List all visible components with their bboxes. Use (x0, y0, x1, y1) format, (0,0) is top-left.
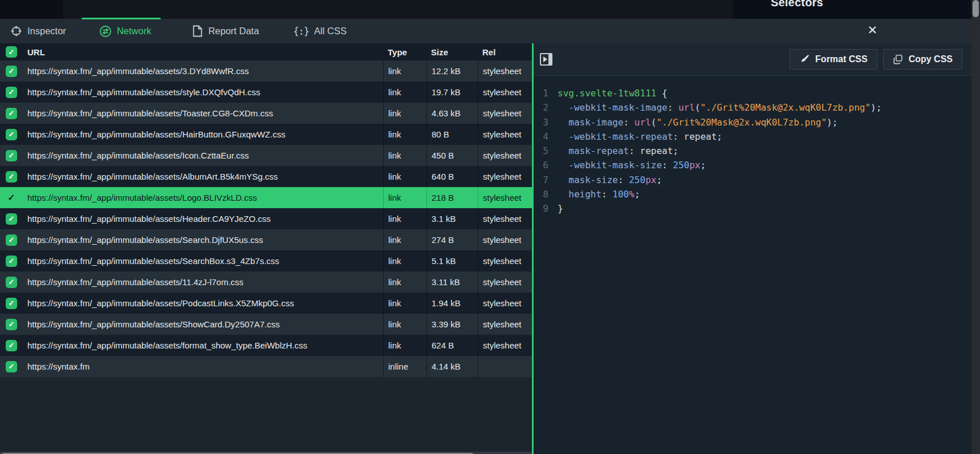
row-size: 1.94 kB (426, 293, 478, 314)
copy-css-label: Copy CSS (909, 54, 953, 64)
row-size: 624 B (426, 335, 478, 356)
tab-report-data[interactable]: Report Data (192, 25, 259, 37)
row-size: 274 B (426, 229, 478, 250)
row-checkbox[interactable]: ✓ (0, 234, 23, 246)
row-size: 450 B (426, 145, 478, 166)
selectors-title: Selectors (771, 0, 823, 9)
row-rel: stylesheet (478, 335, 532, 356)
row-rel: stylesheet (478, 82, 532, 103)
row-url: https://syntax.fm/_app/immutable/assets/… (23, 319, 383, 329)
format-css-label: Format CSS (815, 54, 868, 64)
table-row[interactable]: ✓ https://syntax.fm/_app/immutable/asset… (0, 271, 532, 293)
check-icon: ✓ (9, 48, 15, 56)
row-checkbox[interactable]: ✓ (0, 256, 23, 267)
page-background-strip: Selectors (0, 0, 971, 19)
select-all-checkbox[interactable]: ✓ (0, 46, 23, 58)
line-number: 9 (534, 201, 548, 216)
row-type: link (383, 314, 426, 335)
page-scrollbar-thumb[interactable] (973, 0, 979, 17)
page-scrollbar-track[interactable] (971, 0, 980, 454)
table-row[interactable]: ✓ https://syntax.fm/_app/immutable/asset… (0, 187, 532, 208)
check-icon: ✓ (9, 362, 15, 371)
row-type: link (383, 166, 426, 187)
check-icon: ✓ (9, 299, 15, 307)
row-checkbox[interactable]: ✓ (0, 171, 23, 183)
row-checkbox[interactable]: ✓ (0, 66, 23, 77)
expand-panel-icon[interactable] (540, 53, 552, 66)
row-rel: stylesheet (478, 124, 532, 145)
table-row[interactable]: ✓ https://syntax.fm/_app/immutable/asset… (0, 124, 532, 145)
tab-label: All CSS (314, 26, 347, 37)
row-checkbox[interactable]: ✓ (0, 213, 23, 225)
code-line: 8 height: 100%; (534, 187, 971, 201)
tab-all-css[interactable]: {:} All CSS (293, 26, 347, 37)
table-row[interactable]: ✓ https://syntax.fm/_app/immutable/asset… (0, 229, 532, 250)
row-checkbox[interactable]: ✓ (0, 340, 23, 351)
row-url: https://syntax.fm/_app/immutable/assets/… (23, 277, 383, 287)
row-url: https://syntax.fm/_app/immutable/assets/… (23, 129, 383, 139)
row-rel: stylesheet (478, 208, 532, 229)
row-size: 3.1 kB (426, 208, 478, 229)
check-icon: ✓ (9, 341, 15, 350)
check-icon: ✓ (9, 88, 15, 96)
copy-icon (893, 54, 903, 64)
code-line: 4 -webkit-mask-repeat: repeat; (534, 129, 971, 144)
row-size: 5.1 kB (426, 250, 478, 271)
table-row[interactable]: ✓ https://syntax.fm/_app/immutable/asset… (0, 208, 532, 229)
row-checkbox[interactable]: ✓ (0, 298, 23, 309)
table-row[interactable]: ✓ https://syntax.fm/_app/immutable/asset… (0, 145, 532, 166)
row-size: 640 B (426, 166, 478, 187)
row-checkbox[interactable]: ✓ (0, 361, 23, 372)
check-icon: ✓ (9, 130, 15, 139)
tab-label: Network (117, 26, 152, 37)
line-code: mask-repeat: repeat; (548, 144, 678, 158)
table-row[interactable]: ✓ https://syntax.fm/_app/immutable/asset… (0, 250, 532, 271)
row-size: 3.11 kB (426, 271, 478, 293)
row-checkbox[interactable]: ✓ (0, 87, 23, 98)
table-row[interactable]: ✓ https://syntax.fm/_app/immutable/asset… (0, 335, 532, 356)
check-icon: ✓ (9, 278, 15, 286)
table-row[interactable]: ✓ https://syntax.fm/_app/immutable/asset… (0, 103, 532, 124)
close-icon[interactable]: ✕ (867, 24, 877, 36)
code-line: 3 mask-image: url("./Grit%20Mask@2x.wqK0… (534, 115, 971, 129)
row-checkbox[interactable]: ✓ (0, 108, 23, 119)
tab-network[interactable]: Network (99, 25, 152, 38)
copy-css-button[interactable]: Copy CSS (883, 49, 962, 70)
table-row[interactable]: ✓ https://syntax.fm/_app/immutable/asset… (0, 314, 532, 335)
line-code: height: 100%; (548, 187, 640, 201)
requests-table: ✓ URL Type Size Rel ✓ https://syntax.fm/… (0, 43, 532, 454)
format-css-button[interactable]: Format CSS (790, 49, 877, 70)
code-line: 5 mask-repeat: repeat; (534, 144, 971, 158)
tab-label: Report Data (208, 26, 259, 37)
code-lines: 1 svg.svelte-1tw8111 { 2 -webkit-mask-im… (534, 76, 971, 454)
row-checkbox[interactable]: ✓ (0, 192, 23, 204)
row-rel: stylesheet (478, 187, 532, 208)
row-url: https://syntax.fm/_app/immutable/assets/… (23, 87, 383, 97)
check-icon: ✓ (9, 214, 15, 223)
table-row[interactable]: ✓ https://syntax.fm/_app/immutable/asset… (0, 60, 532, 82)
devtools-panel: Inspector Network Report Data {:} All CS… (0, 19, 971, 454)
table-row[interactable]: ✓ https://syntax.fm/_app/immutable/asset… (0, 82, 532, 103)
row-type: link (383, 60, 426, 82)
table-row[interactable]: ✓ https://syntax.fm inline 4.14 kB (0, 356, 532, 377)
row-checkbox[interactable]: ✓ (0, 277, 23, 288)
table-row[interactable]: ✓ https://syntax.fm/_app/immutable/asset… (0, 293, 532, 314)
line-number: 7 (534, 173, 548, 187)
row-url: https://syntax.fm/_app/immutable/assets/… (23, 108, 383, 118)
row-checkbox[interactable]: ✓ (0, 150, 23, 161)
row-checkbox[interactable]: ✓ (0, 319, 23, 330)
check-icon: ✓ (9, 320, 15, 329)
table-row[interactable]: ✓ https://syntax.fm/_app/immutable/asset… (0, 166, 532, 187)
row-url: https://syntax.fm/_app/immutable/assets/… (23, 340, 383, 350)
row-rel: stylesheet (478, 145, 532, 166)
row-rel: stylesheet (478, 60, 532, 82)
row-size: 19.7 kB (426, 82, 478, 103)
row-rel: stylesheet (478, 293, 532, 314)
row-type: link (383, 145, 426, 166)
selectors-panel-header: Selectors (733, 0, 971, 19)
row-size: 4.14 kB (426, 356, 478, 377)
header-type: Type (383, 43, 426, 60)
row-url: https://syntax.fm/_app/immutable/assets/… (23, 214, 383, 224)
tab-inspector[interactable]: Inspector (10, 25, 66, 37)
row-checkbox[interactable]: ✓ (0, 129, 23, 140)
